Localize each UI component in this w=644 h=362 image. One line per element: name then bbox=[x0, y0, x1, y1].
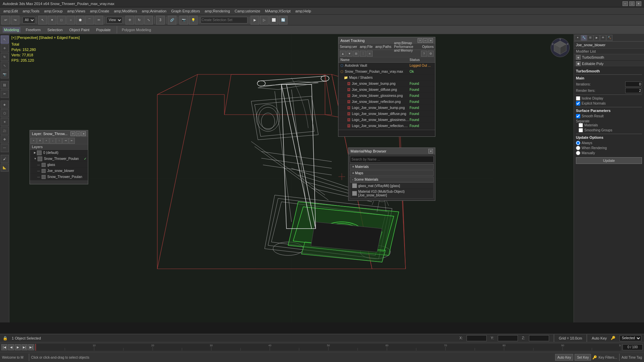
mat-entry-glass[interactable]: glass_mat (VRayMtl) [glass] bbox=[350, 183, 433, 189]
freeform-tab[interactable]: Freeform bbox=[24, 27, 42, 33]
layer-titlebar[interactable]: Layer: Snow_Throw... ? ─ ✕ bbox=[30, 130, 88, 137]
modifier-editablepoly[interactable]: ⬟ Editable Poly bbox=[574, 61, 644, 67]
lasso-select-button[interactable]: ⌒ bbox=[85, 16, 94, 24]
modify-tab active[interactable]: 🔧 bbox=[581, 35, 587, 41]
unlink-tool[interactable]: ✂ bbox=[1, 90, 9, 98]
play-button[interactable]: ▶ bbox=[15, 344, 21, 350]
layer-btn-3[interactable]: + bbox=[43, 138, 49, 144]
snap-button[interactable]: 3 bbox=[156, 16, 165, 24]
at-search-input[interactable] bbox=[338, 130, 435, 136]
mat-browser-controls[interactable]: ✕ bbox=[428, 149, 433, 154]
smooth-result-checkbox[interactable] bbox=[576, 114, 580, 118]
update-button[interactable]: Update bbox=[576, 157, 642, 164]
link-tool[interactable]: ⛓ bbox=[1, 81, 9, 89]
next-frame-button[interactable]: ▶| bbox=[28, 344, 34, 350]
at-btn-6[interactable]: ? bbox=[421, 51, 427, 57]
auto-key-button[interactable]: Auto Key bbox=[555, 354, 574, 361]
undo-button[interactable]: ↩ bbox=[1, 16, 10, 24]
create-tab[interactable]: ✦ bbox=[575, 35, 581, 41]
display-tab[interactable]: 👁 bbox=[600, 35, 606, 41]
menu-help[interactable]: amp;Help bbox=[293, 8, 313, 14]
layer-btn-4[interactable]: ↓ bbox=[50, 138, 56, 144]
at-btn-1[interactable]: ▲ bbox=[340, 51, 346, 57]
always-radio[interactable] bbox=[576, 141, 580, 145]
object-name-field[interactable]: Joe_snow_blower bbox=[574, 42, 644, 49]
layer-row-snow-thrower[interactable]: ▼ Snow_Thrower_Poulan ✓ bbox=[30, 156, 88, 162]
asset-tracking-close[interactable]: ✕ bbox=[428, 38, 433, 43]
spacewarps-tool[interactable]: 〰 bbox=[1, 144, 9, 152]
y-coord[interactable] bbox=[498, 335, 518, 341]
object-paint-tab[interactable]: Object Paint bbox=[68, 27, 91, 33]
render-iters-input[interactable] bbox=[625, 88, 642, 93]
redo-button[interactable]: ↪ bbox=[11, 16, 19, 24]
at-btn-7[interactable]: ⚙ bbox=[428, 51, 434, 57]
layer-btn-7[interactable]: ⇤ bbox=[69, 138, 75, 144]
filter-select[interactable]: All bbox=[22, 17, 35, 23]
at-row-img-1[interactable]: 🖼 Joe_snow_blower_bump.png Found bbox=[338, 81, 435, 87]
menu-views[interactable]: amp;Views bbox=[65, 8, 88, 14]
paint-tool[interactable]: 🖌 bbox=[1, 155, 9, 163]
render-region-button[interactable]: ⬜ bbox=[269, 16, 278, 24]
materials-checkbox[interactable] bbox=[579, 123, 583, 127]
manually-radio[interactable] bbox=[576, 151, 580, 155]
mat-section-maps-header[interactable]: + Maps bbox=[350, 170, 434, 176]
mat-section-scene-header[interactable]: - Scene Materials bbox=[350, 177, 434, 182]
close-button[interactable]: ✕ bbox=[636, 1, 641, 6]
menu-tools[interactable]: amp;Tools bbox=[20, 8, 41, 14]
next-key-button[interactable]: ▶| bbox=[21, 344, 28, 350]
mat-section-materials-header[interactable]: + Materials bbox=[350, 164, 434, 170]
at-row-img-2[interactable]: 🖼 Joe_snow_blower_diffuse.png Found bbox=[338, 87, 435, 93]
light-tool[interactable]: ☀ bbox=[1, 118, 9, 126]
render-last-button[interactable]: 🔄 bbox=[279, 16, 287, 24]
at-row-img-5[interactable]: 🖼 Logo_Joe_snow_blower_bump.png Found bbox=[338, 105, 435, 111]
layer-scrollbar[interactable] bbox=[30, 181, 88, 184]
render-setup-button[interactable]: ▶ bbox=[251, 16, 259, 24]
geo-tool[interactable]: ◈ bbox=[1, 101, 9, 109]
menu-maxscript[interactable]: MAamp;XScript bbox=[263, 8, 292, 14]
layer-row-glass[interactable]: — glass bbox=[30, 162, 88, 168]
helpers-tool[interactable]: ✥ bbox=[1, 135, 9, 143]
rotate-tool[interactable]: ↻ bbox=[1, 53, 9, 61]
menu-rendering[interactable]: amp;Rendering bbox=[203, 8, 232, 14]
at-menu-paths[interactable]: amp;Paths bbox=[375, 45, 391, 49]
fence-select-button[interactable]: ⬟ bbox=[76, 16, 85, 24]
move-button[interactable]: ✛ bbox=[125, 16, 134, 24]
maximize-button[interactable]: □ bbox=[629, 1, 635, 6]
at-btn-3[interactable]: ⊞ bbox=[353, 51, 359, 57]
layer-btn-6[interactable]: ⇥ bbox=[62, 138, 68, 144]
menu-edit[interactable]: amp;Edit bbox=[1, 8, 20, 14]
at-menu-options[interactable]: Options bbox=[422, 45, 434, 49]
modeling-tab[interactable]: Modeling bbox=[3, 27, 20, 33]
motion-tab[interactable]: ▶ bbox=[594, 35, 600, 41]
move-tool[interactable]: ✛ bbox=[1, 44, 9, 52]
layer-row-joe[interactable]: — Joe_snow_blower bbox=[30, 168, 88, 174]
timeline-ruler[interactable]: 10 20 30 40 50 60 70 80 90 100 bbox=[36, 344, 621, 351]
layer-row-default[interactable]: ▶ 0 (default) bbox=[30, 150, 88, 156]
at-menu-file[interactable]: amp;File bbox=[360, 45, 373, 49]
circle-select-button[interactable]: ○ bbox=[66, 16, 75, 24]
camera-create-tool[interactable]: 🎥 bbox=[1, 127, 9, 135]
selection-tab[interactable]: Selection bbox=[46, 27, 64, 33]
light-button[interactable]: 💡 bbox=[189, 16, 198, 24]
create-selection-input[interactable] bbox=[201, 17, 248, 23]
iterations-input[interactable] bbox=[625, 81, 642, 87]
rotate-button[interactable]: ↻ bbox=[135, 16, 144, 24]
at-row-img-3[interactable]: 🖼 Joe_snow_blower_glossiness.png Found bbox=[338, 93, 435, 99]
menu-create[interactable]: amp;Create bbox=[88, 8, 111, 14]
window-controls[interactable]: ─ □ ✕ bbox=[623, 1, 641, 6]
layer-row-snow-2[interactable]: — Snow_Thrower_Poulan bbox=[30, 174, 88, 180]
explicit-normals-checkbox[interactable] bbox=[576, 101, 580, 106]
asset-tracking-titlebar[interactable]: Asset Tracking ? ─ ✕ bbox=[338, 37, 435, 44]
select-button[interactable]: ↖ bbox=[38, 16, 47, 24]
mat-browser-titlebar[interactable]: Material/Map Browser ✕ bbox=[348, 148, 435, 155]
modifier-turbosmooth[interactable]: ◈ TurboSmooth bbox=[574, 54, 644, 61]
measure-tool[interactable]: 📐 bbox=[1, 164, 9, 172]
rect-select-button[interactable]: □ bbox=[57, 16, 66, 24]
asset-tracking-minimize[interactable]: ─ bbox=[423, 38, 428, 43]
menu-group[interactable]: amp;Group bbox=[42, 8, 65, 14]
paint-select-button[interactable]: ✏ bbox=[95, 16, 103, 24]
mat-browser-close[interactable]: ✕ bbox=[428, 149, 433, 154]
viewport-compass[interactable]: Y X Z bbox=[550, 38, 570, 58]
layer-btn-1[interactable]: + bbox=[31, 138, 37, 144]
hierarchy-tab[interactable]: ⛓ bbox=[587, 35, 593, 41]
